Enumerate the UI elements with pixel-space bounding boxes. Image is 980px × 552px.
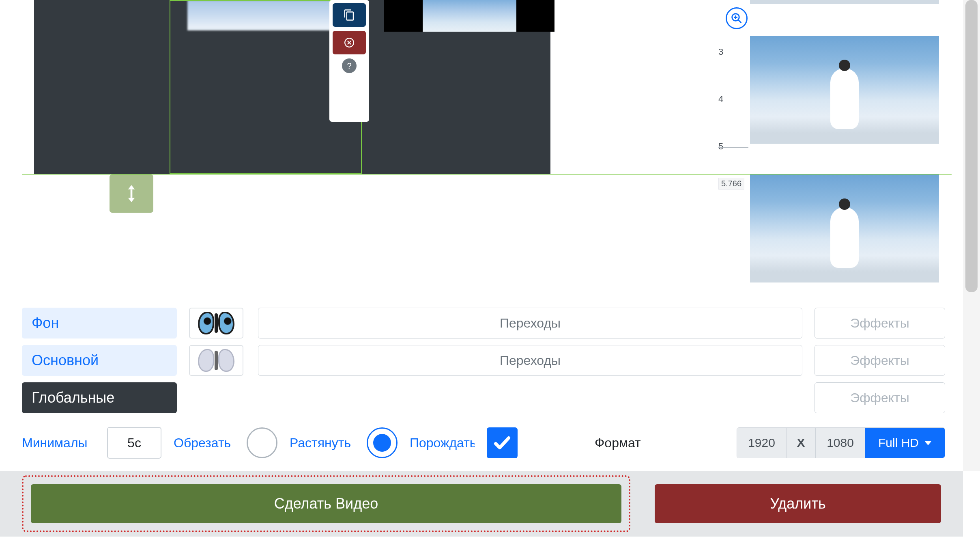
spawn-label: Порождать [410,436,475,451]
stretch-radio[interactable] [367,427,398,458]
scrollbar-thumb[interactable] [965,0,978,292]
track-resize-handle[interactable] [110,175,153,213]
format-preset-dropdown[interactable]: Full HD [865,428,945,458]
clip-thumbnail-2 [384,0,554,32]
tick-label: 5 [718,141,723,152]
layer-panel: Фон Переходы Эффекты Основной Переходы Э… [22,308,945,413]
clip-track[interactable] [34,0,550,174]
preview-frame-2[interactable] [750,0,939,4]
format-height-input[interactable]: 1080 [816,428,865,458]
preview-frame-3[interactable] [750,36,939,144]
copy-button[interactable] [333,3,366,27]
format-width-input[interactable]: 1920 [737,428,787,458]
transitions-input-bg[interactable]: Переходы [258,308,802,339]
zoom-in-button[interactable] [726,7,748,29]
options-row: Минималы 5с Обрезать Растянуть Порождать… [22,427,945,459]
layer-tab-bg[interactable]: Фон [22,308,177,339]
format-preset-label: Full HD [878,436,919,450]
tick-mark [718,147,748,148]
tick-mark [718,100,748,100]
layer-tab-main[interactable]: Основной [22,345,177,376]
spawn-checkbox[interactable] [487,427,518,458]
min-duration-input[interactable]: 5с [107,427,161,459]
make-video-button[interactable]: Сделать Видео [31,484,621,523]
chevron-down-icon [924,441,932,445]
delete-button[interactable]: Удалить [655,484,941,523]
min-duration-label: Минималы [22,436,95,451]
layer-thumb-bg[interactable] [189,308,243,339]
help-button[interactable]: ? [342,58,357,73]
format-x: X [787,428,816,458]
crop-radio[interactable] [247,427,277,458]
preview-frame-4[interactable] [750,175,939,282]
layer-tab-global[interactable]: Глобальные [22,382,177,413]
effects-button-main[interactable]: Эффекты [815,345,945,376]
effects-button-global[interactable]: Эффекты [815,382,945,413]
format-label: Формат [595,436,641,451]
vertical-scrollbar[interactable] [963,0,980,471]
transitions-input-main[interactable]: Переходы [258,345,802,376]
crop-label: Обрезать [174,436,234,451]
timeline-editor: ? 3 4 5 5.766 [0,0,980,284]
action-bar: Сделать Видео Удалить [0,471,963,537]
svg-line-3 [738,20,741,23]
format-group: 1920 X 1080 Full HD [737,427,945,458]
remove-clip-button[interactable] [333,31,366,54]
stretch-label: Растянуть [290,436,355,451]
effects-button-bg[interactable]: Эффекты [815,308,945,339]
make-video-highlight: Сделать Видео [22,475,630,532]
tick-label: 3 [718,47,723,57]
tick-label-current: 5.766 [718,178,744,190]
tick-mark [718,53,748,53]
svg-rect-1 [131,190,133,198]
tick-label: 4 [718,94,723,104]
clip-toolbar: ? [329,0,369,122]
layer-thumb-main[interactable] [189,345,243,376]
